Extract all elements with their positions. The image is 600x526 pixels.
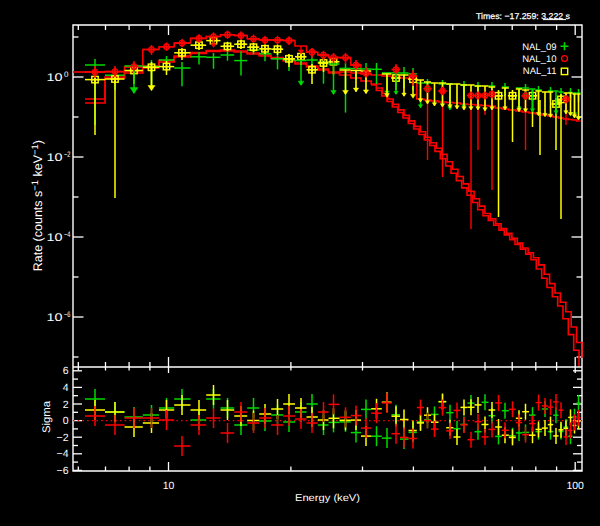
svg-text:Energy (keV): Energy (keV) [295, 493, 360, 504]
svg-text:10: 10 [47, 312, 63, 324]
svg-text:NAL_11: NAL_11 [523, 66, 557, 77]
svg-text:6: 6 [63, 365, 69, 377]
svg-text:10: 10 [47, 232, 63, 244]
svg-text:NAL_10: NAL_10 [522, 54, 556, 65]
svg-text:2: 2 [63, 399, 69, 411]
svg-text:−2: −2 [57, 432, 69, 444]
svg-text:10: 10 [47, 72, 63, 84]
svg-text:NAL_09: NAL_09 [522, 42, 556, 53]
svg-text:−6: −6 [57, 465, 69, 477]
svg-text:−4: −4 [64, 230, 71, 239]
svg-text:−4: −4 [57, 448, 69, 460]
svg-text:0: 0 [64, 70, 69, 79]
svg-text:10: 10 [47, 152, 63, 164]
svg-text:Rate (counts s−1 keV−1): Rate (counts s−1 keV−1) [29, 140, 45, 271]
svg-text:10: 10 [163, 480, 175, 492]
svg-text:−6: −6 [64, 310, 71, 319]
svg-text:Sigma: Sigma [41, 400, 53, 433]
svg-text:4: 4 [63, 382, 69, 394]
svg-text:100: 100 [566, 480, 584, 492]
svg-text:0: 0 [63, 415, 69, 427]
svg-text:−2: −2 [64, 150, 71, 159]
